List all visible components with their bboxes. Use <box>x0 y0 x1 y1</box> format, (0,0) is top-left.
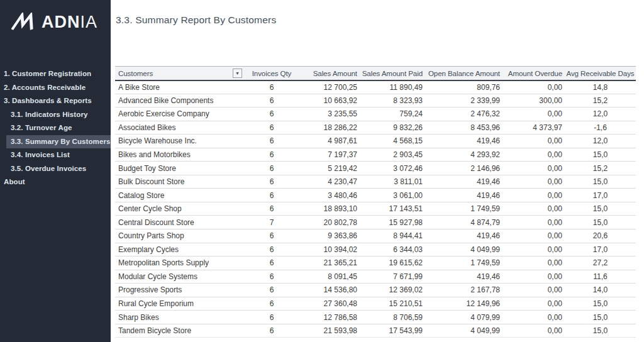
app-window: ADNIA 1. Customer Registration2. Account… <box>0 0 644 342</box>
main-content: 3.3. Summary Report By Customers Custome… <box>111 0 644 342</box>
value-cell: 2 476,32 <box>425 108 502 121</box>
value-cell: 15,0 <box>565 175 636 189</box>
value-cell: 6 344,03 <box>360 243 425 256</box>
table-row: Tandem Bicycle Store621 593,9817 543,994… <box>115 324 636 338</box>
value-cell: 419,46 <box>425 189 502 202</box>
value-cell: 6 <box>245 121 298 135</box>
table-row: Rural Cycle Emporium627 360,4815 210,511… <box>115 297 636 311</box>
value-cell: 21 593,98 <box>298 324 360 338</box>
column-header-customers: Customers▼ <box>115 67 245 80</box>
column-header-amount-overdue: Amount Overdue <box>502 67 565 80</box>
value-cell: 10 663,92 <box>298 94 360 108</box>
value-cell: 4 079,99 <box>425 311 502 324</box>
value-cell: 12,0 <box>565 135 636 148</box>
column-header-label: Amount Overdue <box>508 69 562 77</box>
customer-name-cell: Bulk Discount Store <box>115 175 245 189</box>
value-cell: 3 480,46 <box>298 189 360 202</box>
value-cell: 6 <box>245 175 298 189</box>
value-cell: 20,6 <box>565 229 636 243</box>
table-row: Modular Cycle Systems68 091,457 671,9941… <box>115 270 636 284</box>
value-cell: 2 167,78 <box>425 284 502 297</box>
value-cell: 15,0 <box>565 202 636 216</box>
sidebar-item-2-accounts-receivable[interactable]: 2. Accounts Receivable <box>0 81 111 95</box>
value-cell: 4 230,47 <box>298 175 360 189</box>
sidebar-item-3-3-summary-by-customers[interactable]: 3.3. Summary By Customers <box>6 135 111 149</box>
sidebar-item-3-4-invoices-list[interactable]: 3.4. Invoices List <box>0 148 111 162</box>
value-cell: 0,00 <box>502 148 565 162</box>
value-cell: 15,0 <box>565 297 636 311</box>
value-cell: 8 091,45 <box>298 270 360 284</box>
value-cell: 1 749,59 <box>425 202 502 216</box>
value-cell: 419,46 <box>425 270 502 284</box>
value-cell: 759,24 <box>360 108 425 121</box>
value-cell: 0,00 <box>502 108 565 121</box>
value-cell: 419,46 <box>425 229 502 243</box>
value-cell: 6 <box>245 202 298 216</box>
customer-name-cell: Catalog Store <box>115 189 245 202</box>
summary-table: Customers▼Invoices QtySales AmountSales … <box>115 66 636 338</box>
table-row: Metropolitan Sports Supply621 365,2119 6… <box>115 256 636 270</box>
customer-name-cell: Bicycle Warehouse Inc. <box>115 135 245 148</box>
customer-name-cell: Bikes and Motorbikes <box>115 148 245 162</box>
value-cell: 15,2 <box>565 94 636 108</box>
value-cell: 6 <box>245 256 298 270</box>
column-header-avg-receivable-days: Avg Receivable Days <box>565 67 636 80</box>
value-cell: 0,00 <box>502 284 565 297</box>
value-cell: 6 <box>245 229 298 243</box>
value-cell: 7 197,37 <box>298 148 360 162</box>
table-row: Budget Toy Store65 219,423 072,462 146,9… <box>115 162 636 175</box>
customer-name-cell: Center Cycle Shop <box>115 202 245 216</box>
value-cell: 0,00 <box>502 270 565 284</box>
value-cell: 5 219,42 <box>298 162 360 175</box>
value-cell: 12 369,02 <box>360 284 425 297</box>
table-row: A Bike Store612 700,2511 890,49809,760,0… <box>115 80 636 94</box>
value-cell: 4 049,99 <box>425 324 502 338</box>
customer-name-cell: Central Discount Store <box>115 216 245 229</box>
sidebar-item-1-customer-registration[interactable]: 1. Customer Registration <box>0 67 111 81</box>
value-cell: 6 <box>245 324 298 338</box>
column-header-label: Sales Amount <box>313 69 357 77</box>
value-cell: 6 <box>245 162 298 175</box>
table-row: Bicycle Warehouse Inc.64 987,614 568,154… <box>115 135 636 148</box>
value-cell: 0,00 <box>502 229 565 243</box>
sidebar-item-3-2-turnover-age[interactable]: 3.2. Turnover Age <box>0 121 111 135</box>
value-cell: 6 <box>245 80 298 94</box>
dropdown-arrow-icon: ▼ <box>235 71 240 75</box>
value-cell: 15,0 <box>565 311 636 324</box>
column-header-label: Sales Amount Paid <box>362 69 423 77</box>
sidebar-item-3-5-overdue-invoices[interactable]: 3.5. Overdue Invoices <box>0 162 111 176</box>
value-cell: 3 072,46 <box>360 162 425 175</box>
value-cell: 7 671,99 <box>360 270 425 284</box>
column-header-sales-amount: Sales Amount <box>298 67 360 80</box>
sidebar-item-about[interactable]: About <box>0 175 111 189</box>
value-cell: 0,00 <box>502 243 565 256</box>
value-cell: 18 286,22 <box>298 121 360 135</box>
value-cell: 21 365,21 <box>298 256 360 270</box>
value-cell: 14,0 <box>565 284 636 297</box>
value-cell: 0,00 <box>502 162 565 175</box>
value-cell: 6 <box>245 284 298 297</box>
page-title: 3.3. Summary Report By Customers <box>116 14 276 26</box>
value-cell: 6 <box>245 135 298 148</box>
table-row: Bikes and Motorbikes67 197,372 903,454 2… <box>115 148 636 162</box>
table-row: Bulk Discount Store64 230,473 811,01419,… <box>115 175 636 189</box>
sidebar-item-3-1-indicators-history[interactable]: 3.1. Indicators History <box>0 108 111 122</box>
value-cell: 15,0 <box>565 324 636 338</box>
value-cell: 18 893,10 <box>298 202 360 216</box>
value-cell: 27 360,48 <box>298 297 360 311</box>
value-cell: 12 786,58 <box>298 311 360 324</box>
sidebar-item-3-dashboards-reports[interactable]: 3. Dashboards & Reports <box>0 94 111 108</box>
value-cell: 4 373,97 <box>502 121 565 135</box>
value-cell: 6 <box>245 189 298 202</box>
value-cell: 10 394,02 <box>298 243 360 256</box>
customers-filter-dropdown-button[interactable]: ▼ <box>233 69 242 78</box>
customer-name-cell: Associated Bikes <box>115 121 245 135</box>
value-cell: 0,00 <box>502 175 565 189</box>
value-cell: 6 <box>245 94 298 108</box>
sidebar: ADNIA 1. Customer Registration2. Account… <box>0 0 111 342</box>
value-cell: 0,00 <box>502 202 565 216</box>
table-row: Exemplary Cycles610 394,026 344,034 049,… <box>115 243 636 256</box>
value-cell: 0,00 <box>502 135 565 148</box>
value-cell: 0,00 <box>502 216 565 229</box>
value-cell: 11,6 <box>565 270 636 284</box>
